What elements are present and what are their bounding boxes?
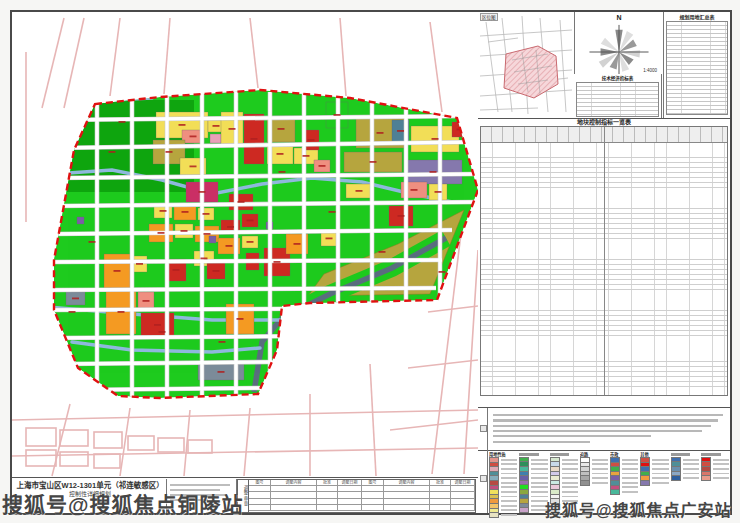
legend-group	[519, 452, 547, 511]
legend-swatch	[580, 480, 590, 486]
legend-label-blur	[501, 509, 517, 511]
legend-swatch	[519, 507, 529, 513]
legend-label-blur	[501, 500, 517, 502]
note-line	[493, 441, 590, 443]
legend-item	[610, 490, 638, 495]
legend-item	[701, 476, 729, 481]
notes-side-tab	[478, 408, 488, 450]
note-line	[493, 414, 723, 416]
legend-swatch	[701, 475, 711, 481]
watermark-right: 搜狐号@搜狐焦点广安站	[545, 497, 732, 521]
indicator-table: 技术经济指标表	[574, 74, 662, 118]
legend-label-blur	[592, 473, 608, 475]
revision-empty-cell	[338, 505, 362, 511]
note-line	[493, 435, 651, 437]
legend-label-blur	[531, 482, 547, 484]
legend-side-tab	[478, 450, 488, 513]
legend-label-blur	[562, 486, 578, 488]
notes-section	[478, 408, 730, 451]
legend-label-blur	[622, 491, 638, 493]
legend-group-header-blur	[701, 453, 721, 456]
legend-swatch	[489, 512, 499, 518]
legend-group-header-blur	[519, 453, 539, 456]
location-inset-map: 区位图	[478, 12, 575, 118]
legend-swatch	[640, 480, 650, 486]
revision-empty-cell	[317, 505, 338, 511]
legend-label-blur	[501, 463, 517, 465]
legend-label-blur	[562, 468, 578, 470]
legend-label-blur	[592, 459, 608, 461]
legend-label-blur	[501, 459, 517, 461]
legend-label-blur	[501, 477, 517, 479]
legend-label-blur	[652, 459, 668, 461]
legend-label-blur	[713, 468, 729, 470]
legend-label-blur	[592, 463, 608, 465]
legend-label-blur	[501, 505, 517, 507]
plan-sheet: 上海市宝山区W12-1301单元（祁连敏感区） 控制性详细规划 调整审查 图号调…	[0, 0, 740, 523]
legend-label-blur	[562, 477, 578, 479]
legend-label-blur	[531, 468, 547, 470]
legend-label-blur	[622, 468, 638, 470]
legend-label-blur	[501, 491, 517, 493]
legend-label-blur	[683, 477, 699, 479]
legend-label-blur	[531, 459, 547, 461]
summary-table-title: 规划用地汇总表	[666, 14, 728, 21]
revision-table-grid: 图号调整内容批准调整日期图号调整内容批准调整日期	[249, 480, 475, 512]
note-line	[493, 425, 711, 427]
control-table-title: 地块控制指标一览表	[480, 119, 728, 126]
control-indicator-table: 地块控制指标一览表	[478, 118, 730, 408]
legend-item	[640, 480, 668, 485]
legend-label-blur	[501, 514, 517, 516]
legend-label-blur	[652, 468, 668, 470]
legend-label-blur	[622, 463, 638, 465]
legend-item	[519, 508, 547, 513]
legend-label-blur	[592, 482, 608, 484]
zoning-map	[12, 12, 478, 477]
legend-label-blur	[562, 463, 578, 465]
legend-group: 用地性质	[489, 452, 517, 511]
revision-empty-cell	[249, 505, 271, 511]
revision-empty-cell	[362, 505, 384, 511]
legend-label-blur	[622, 486, 638, 488]
info-panel: 区位图	[478, 12, 730, 513]
legend-label-blur	[531, 463, 547, 465]
revision-empty-cell	[451, 505, 475, 511]
legend-label-blur	[652, 477, 668, 479]
note-line	[493, 430, 702, 432]
legend-label-blur	[562, 459, 578, 461]
legend-item	[580, 480, 608, 485]
revision-table: 调整审查 图号调整内容批准调整日期图号调整内容批准调整日期	[237, 479, 476, 513]
legend-label-blur	[683, 468, 699, 470]
legend-label-blur	[683, 459, 699, 461]
legend-label-blur	[592, 477, 608, 479]
legend-label-blur	[622, 473, 638, 475]
legend-label-blur	[531, 473, 547, 475]
location-map-drawing	[478, 12, 574, 118]
summary-table-rows	[666, 21, 728, 115]
revision-empty-cell	[430, 505, 451, 511]
legend-group-header-blur	[671, 453, 691, 456]
legend-item	[671, 476, 699, 481]
legend-label-blur	[531, 477, 547, 479]
legend-label-blur	[713, 459, 729, 461]
legend-item	[489, 513, 517, 518]
legend-label-blur	[562, 482, 578, 484]
legend-label-blur	[501, 468, 517, 470]
legend-swatch	[610, 489, 620, 495]
scale-ratio-label: 1:4000	[643, 68, 657, 73]
legend-label-blur	[713, 477, 729, 479]
legend-label-blur	[652, 482, 668, 484]
legend-label-blur	[562, 491, 578, 493]
legend-label-blur	[501, 482, 517, 484]
map-panel: 上海市宝山区W12-1301单元（祁连敏感区） 控制性详细规划 调整审查 图号调…	[12, 12, 479, 513]
legend-label-blur	[562, 473, 578, 475]
legend-label-blur	[713, 473, 729, 475]
legend-label-blur	[652, 473, 668, 475]
revision-empty-cell	[271, 505, 317, 511]
legend-label-blur	[652, 463, 668, 465]
legend-label-blur	[592, 468, 608, 470]
legend-group-header-blur	[550, 453, 570, 456]
legend-label-blur	[622, 459, 638, 461]
sheet-frame: 上海市宝山区W12-1301单元（祁连敏感区） 控制性详细规划 调整审查 图号调…	[10, 10, 732, 515]
legend-label-blur	[501, 486, 517, 488]
